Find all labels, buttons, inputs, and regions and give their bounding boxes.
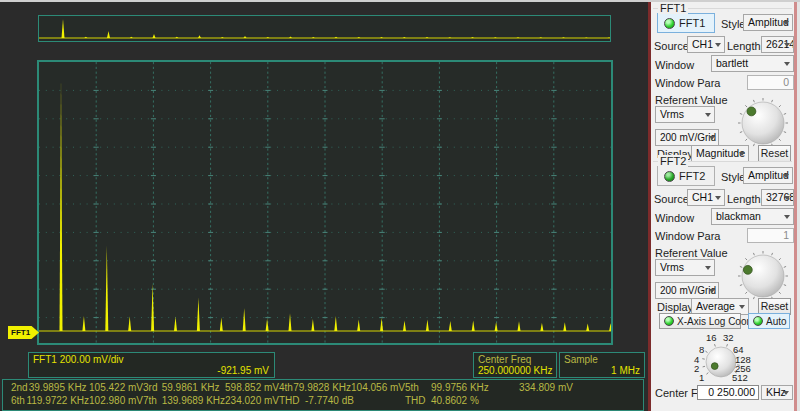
- chevron-down-icon: [709, 136, 715, 140]
- measurement-text: 4th: [279, 382, 293, 395]
- harmonic-spike-21: [518, 321, 521, 331]
- overview-spectrum-plot: [38, 15, 611, 42]
- fft2-source-select[interactable]: CH1: [687, 189, 725, 206]
- fft1-style-select[interactable]: Amplitud: [743, 14, 793, 31]
- fft2-source-value: CH1: [692, 191, 713, 203]
- fft1-referent-knob[interactable]: [737, 97, 789, 149]
- chevron-down-icon: [705, 113, 711, 117]
- zoom-scale-label-32: 32: [723, 332, 734, 343]
- measurement-text: 39.9895 KHz: [29, 382, 89, 395]
- harmonic-spike-10: [266, 319, 269, 332]
- knob-body[interactable]: [742, 255, 784, 297]
- harmonic-spike-13: [334, 316, 337, 331]
- chevron-down-icon: [783, 174, 789, 178]
- measurement-text: 6th: [11, 395, 26, 408]
- fft2-window-label: Window: [655, 212, 694, 224]
- fft2-settings-group: FFT2 FFT2 Style Amplitud Source CH1 Leng…: [651, 157, 794, 310]
- measurement-text: 334.809 mV: [519, 382, 573, 395]
- harmonic-spike-9: [244, 36, 247, 38]
- fft2-window-para-input[interactable]: 1: [747, 228, 794, 243]
- fft1-grid-scale-select[interactable]: 200 mV/Grid: [655, 129, 719, 146]
- fft-settings-sidebar: FFT1 FFT1 Style Amplitud Source CH1 Leng…: [651, 2, 794, 411]
- harmonic-spike-22: [540, 323, 543, 331]
- measurement-text: THD: [279, 395, 305, 408]
- fft1-window-select[interactable]: bartlett: [711, 55, 794, 72]
- fft1-referent-label: Referent Value: [655, 94, 728, 106]
- fft2-display-label: Display: [657, 301, 693, 313]
- measurement-cell: 5th99.9756 KHz334.809 mV: [405, 382, 643, 395]
- measurement-text: 119.9722 KHz: [26, 395, 89, 408]
- measurement-text: 104.056 mV: [351, 382, 405, 395]
- harmonic-spike-23: [563, 322, 566, 331]
- fft2-unit-select[interactable]: Vrms: [655, 259, 715, 276]
- fft2-grid-scale-select[interactable]: 200 mV/Grid: [655, 282, 719, 299]
- fft1-length-select[interactable]: 262144: [761, 36, 794, 53]
- fft1-enable-button[interactable]: FFT1: [657, 13, 715, 33]
- measurement-text: 139.9689 KHz: [162, 395, 225, 408]
- chevron-down-icon: [784, 62, 790, 66]
- fft2-enable-button[interactable]: FFT2: [657, 166, 715, 186]
- zoom-scale-label-512: 512: [732, 372, 748, 383]
- fft2-window-select[interactable]: blackman: [711, 208, 794, 225]
- sample-rate-value: 1 MHz: [564, 365, 640, 376]
- fft1-unit-value: Vrms: [660, 108, 684, 120]
- sample-rate-readout-box: Sample 1 MHz: [559, 352, 645, 378]
- harmonic-spike-4: [128, 316, 131, 331]
- measurement-text: 2nd: [11, 382, 29, 395]
- harmonic-spike-20: [495, 322, 498, 331]
- fft1-trace-marker-flag[interactable]: FFT1: [8, 326, 39, 339]
- chevron-down-icon: [784, 196, 790, 200]
- fft2-source-label: Source: [654, 193, 689, 205]
- fft1-unit-select[interactable]: Vrms: [655, 106, 715, 123]
- measurement-cell: 4th79.9828 KHz104.056 mV: [279, 382, 405, 395]
- measurement-text: 3rd: [143, 382, 162, 395]
- harmonic-spike-25: [609, 323, 611, 331]
- fft1-style-label: Style: [721, 18, 745, 30]
- fft2-style-select[interactable]: Amplitud: [743, 167, 793, 184]
- center-freq-input[interactable]: 0 250.000: [697, 385, 759, 400]
- fft2-window-value: blackman: [716, 210, 761, 222]
- measurement-cell: 2nd39.9895 KHz105.422 mV: [11, 382, 143, 395]
- chevron-down-icon: [715, 196, 721, 200]
- fft1-source-select[interactable]: CH1: [687, 36, 725, 53]
- auto-label: Auto: [766, 316, 787, 327]
- zoom-scale-label-8: 8: [699, 344, 704, 355]
- measurement-text: -7.7740 dB: [305, 395, 393, 408]
- harmonic-spike-14: [357, 320, 360, 331]
- fft2-led-icon: [664, 171, 675, 182]
- fft1-window-para-label: Window Para: [655, 77, 720, 89]
- measurement-text: 234.020 mV: [225, 395, 279, 408]
- fft2-group-label: FFT2: [658, 155, 688, 167]
- fft1-length-label: Length: [727, 40, 761, 52]
- harmonic-spike-12: [311, 319, 314, 331]
- harmonic-spike-3: [105, 246, 108, 331]
- fft-analyzer-window: FFT1 FFT1 200.00 mV/div -921.95 mV Cente…: [0, 0, 800, 411]
- harmonic-spike-16: [403, 320, 406, 331]
- chevron-down-icon: [784, 215, 790, 219]
- measurement-text: 7th: [143, 395, 162, 408]
- auto-button[interactable]: Auto: [748, 313, 790, 329]
- harmonic-spike-3: [107, 31, 110, 38]
- chevron-down-icon: [739, 305, 745, 309]
- fft2-unit-value: Vrms: [660, 261, 684, 273]
- fft1-group-label: FFT1: [658, 2, 688, 14]
- measurement-cell: 3rd59.9861 KHz598.852 mV: [143, 382, 279, 395]
- overview-spectrum-trace: [39, 16, 610, 41]
- panel-splitter[interactable]: [648, 2, 651, 411]
- harmonic-spike-7: [197, 298, 200, 331]
- fft2-length-select[interactable]: 32768: [761, 189, 794, 206]
- measurement-text: 598.852 mV: [225, 382, 279, 395]
- fft2-referent-knob[interactable]: [737, 250, 789, 302]
- x-axis-log-coord-button[interactable]: X-Axis Log Coord: [659, 313, 741, 329]
- center-freq-readout-label: Center Freq: [478, 354, 552, 365]
- fft2-style-label: Style: [721, 171, 745, 183]
- center-freq-unit-select[interactable]: KHz: [761, 385, 793, 400]
- measurement-text: 5th: [405, 382, 431, 395]
- fft2-referent-label: Referent Value: [655, 247, 728, 259]
- auto-led-icon: [753, 316, 763, 326]
- measurement-row-2: 6th119.9722 KHz102.980 mV7th139.9689 KHz…: [11, 395, 643, 408]
- fft1-window-para-input[interactable]: 0: [747, 75, 794, 90]
- fft2-grid-scale-value: 200 mV/Grid: [660, 285, 716, 296]
- chevron-down-icon: [784, 43, 790, 47]
- measurement-text: 102.980 mV: [89, 395, 143, 408]
